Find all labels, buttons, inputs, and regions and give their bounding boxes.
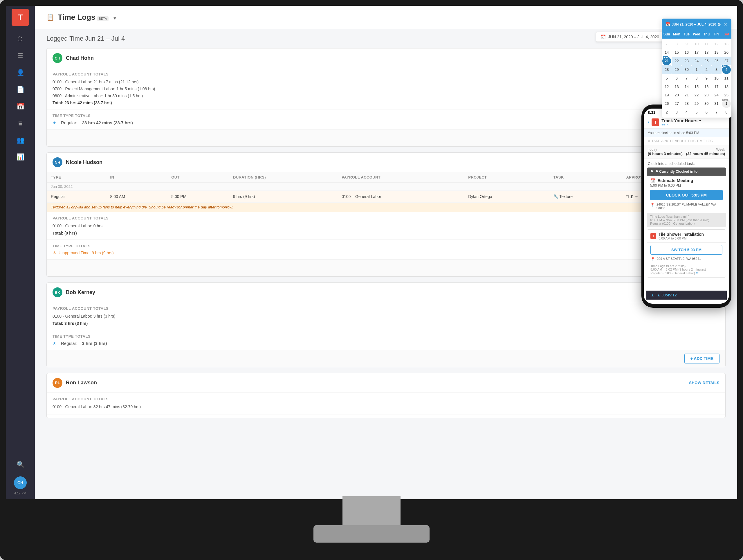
calendar-grid: 7 8 9 10 11 12 13 14 15 16 17 18 19 20	[662, 39, 731, 118]
cal-cell[interactable]: 30	[682, 65, 692, 74]
calendar-close-icon[interactable]: ✕	[724, 21, 727, 27]
phone-dropdown-icon[interactable]: ▼	[699, 119, 701, 122]
clocked-header: ⚑ ⚑ Currently Clocked in to:	[647, 168, 726, 176]
cal-cell[interactable]: 18	[701, 48, 711, 57]
cal-cell[interactable]: 8	[692, 74, 701, 82]
cal-cell[interactable]: 26	[711, 57, 721, 65]
time-type-label-chad: Time Type Totals	[52, 114, 719, 118]
cal-cell-jun21[interactable]: Jun 21	[662, 57, 671, 65]
cal-cell[interactable]: 19	[711, 48, 721, 57]
title-dropdown-arrow[interactable]: ▼	[113, 16, 117, 20]
cal-cell-jul4[interactable]: Jul 4	[722, 65, 731, 74]
cal-cell[interactable]: 7	[711, 108, 721, 117]
cal-cell[interactable]: 3	[671, 108, 682, 117]
cal-cell[interactable]: 14	[662, 48, 671, 57]
show-details-ron[interactable]: SHOW DETAILS	[689, 379, 719, 386]
cal-cell[interactable]: 9	[682, 40, 692, 48]
sidebar-item-files[interactable]: 📄	[13, 82, 28, 97]
cal-cell[interactable]: 3	[711, 65, 721, 74]
back-arrow-icon[interactable]: ‹	[648, 120, 649, 125]
cal-cell[interactable]: 24	[711, 91, 721, 99]
cal-cell[interactable]: 26	[662, 99, 671, 108]
cal-cell[interactable]: 29	[692, 99, 701, 108]
cal-cell[interactable]: 6	[701, 108, 711, 117]
sidebar-bottom: 🔍 CH 4:17 PM	[13, 457, 28, 499]
cal-cell[interactable]: 27	[671, 99, 682, 108]
col-out: Out	[167, 172, 229, 183]
cal-cell[interactable]: 22	[671, 57, 682, 65]
date-range-selector[interactable]: 📅 JUN 21, 2020 – JUL 4, 2020 ▼	[596, 32, 670, 42]
avatar[interactable]: CH	[14, 476, 27, 489]
sidebar-item-chart[interactable]: 📊	[13, 150, 28, 164]
time-type-label-bob: Time Type Totals	[52, 334, 719, 339]
cal-cell[interactable]: 30	[701, 99, 711, 108]
add-time-button-bob[interactable]: + ADD TIME	[684, 354, 719, 363]
cal-cell[interactable]: 27	[722, 57, 731, 65]
cal-cell[interactable]: 10	[711, 74, 721, 82]
cal-cell[interactable]: 11	[722, 74, 731, 82]
cal-cell[interactable]: 5	[692, 108, 701, 117]
cal-cell[interactable]: 9	[701, 74, 711, 82]
cal-cell[interactable]: 8	[671, 40, 682, 48]
sidebar-item-timer[interactable]: ⏱	[13, 32, 28, 46]
cal-cell[interactable]: 28	[662, 65, 671, 74]
app-logo[interactable]: T	[12, 9, 29, 26]
cal-cell[interactable]: 15	[671, 48, 682, 57]
sidebar-item-list[interactable]: ☰	[13, 49, 28, 63]
main-content: 📋 Time Logs BETA ▼ 📅 JUN 21, 2020 – JUL …	[35, 6, 737, 499]
cal-cell[interactable]: 5	[662, 74, 671, 82]
sidebar-item-calendar[interactable]: 📅	[13, 99, 28, 114]
cal-cell[interactable]: 25	[722, 91, 731, 99]
switch-button[interactable]: SWITCH 5:03 PM	[650, 245, 723, 255]
top-bar: 📋 Time Logs BETA ▼	[35, 6, 737, 29]
col-task: Task	[550, 172, 622, 183]
cal-cell[interactable]: 14	[682, 82, 692, 91]
cal-cell[interactable]: 13	[722, 40, 731, 48]
sidebar-item-people[interactable]: 👥	[13, 133, 28, 147]
cal-cell[interactable]: 10	[692, 40, 701, 48]
cal-cell[interactable]: 25	[701, 57, 711, 65]
cal-cell[interactable]: 1	[692, 65, 701, 74]
sidebar-item-user[interactable]: 👤	[13, 66, 28, 80]
calendar-panel: 📅 JUN 21, 2020 – JUL 4, 2020 ⚙ ✕ Sun Mon…	[662, 18, 731, 118]
cal-cell[interactable]: 6	[671, 74, 682, 82]
cal-cell[interactable]: 23	[701, 91, 711, 99]
cal-cell[interactable]: 20	[722, 48, 731, 57]
cal-cell[interactable]: 31	[711, 99, 721, 108]
cal-cell[interactable]: 2	[701, 65, 711, 74]
edit-icon[interactable]: ✏	[696, 271, 699, 275]
cal-cell[interactable]: 17	[711, 82, 721, 91]
cal-cell[interactable]: 20	[671, 91, 682, 99]
sidebar-item-monitor[interactable]: 🖥	[13, 116, 28, 131]
note-text: Textured all drywall and set up fans to …	[47, 203, 725, 212]
cal-cell[interactable]: 7	[662, 40, 671, 48]
cal-cell[interactable]: 19	[662, 91, 671, 99]
cal-cell[interactable]: 28	[682, 99, 692, 108]
cal-cell[interactable]: 11	[701, 40, 711, 48]
sidebar-item-search[interactable]: 🔍	[13, 457, 28, 472]
today-label: Today	[648, 147, 683, 152]
cal-cell[interactable]: 29	[671, 65, 682, 74]
cal-cell[interactable]: 18	[722, 82, 731, 91]
cal-cell[interactable]: 8	[722, 108, 731, 117]
cal-cell[interactable]: 22	[692, 91, 701, 99]
cell-out: 5:00 PM	[167, 191, 229, 203]
cal-cell[interactable]: 2	[662, 108, 671, 117]
cal-cell[interactable]: 4	[682, 108, 692, 117]
calendar-filter-icon[interactable]: ⚙	[717, 22, 721, 27]
cal-cell[interactable]: 13	[671, 82, 682, 91]
cal-cell[interactable]: 23	[682, 57, 692, 65]
cal-cell[interactable]: 17	[692, 48, 701, 57]
clocked-in-note[interactable]: ✏ TAKE A NOTE ABOUT THIS TIME LOG...	[644, 137, 729, 145]
clock-out-button[interactable]: CLOCK OUT 5:03 PM	[650, 190, 723, 200]
cal-cell[interactable]: 7	[682, 74, 692, 82]
cal-cell-aug1[interactable]: Aug 1	[722, 99, 731, 108]
cal-cell[interactable]: 21	[682, 91, 692, 99]
cal-cell[interactable]: 12	[711, 40, 721, 48]
cal-cell[interactable]: 16	[682, 48, 692, 57]
cal-cell[interactable]: 15	[692, 82, 701, 91]
cal-cell[interactable]: 12	[662, 82, 671, 91]
card-footer-chad: + ADD TIME	[47, 129, 725, 146]
cal-cell[interactable]: 16	[701, 82, 711, 91]
cal-cell[interactable]: 24	[692, 57, 701, 65]
